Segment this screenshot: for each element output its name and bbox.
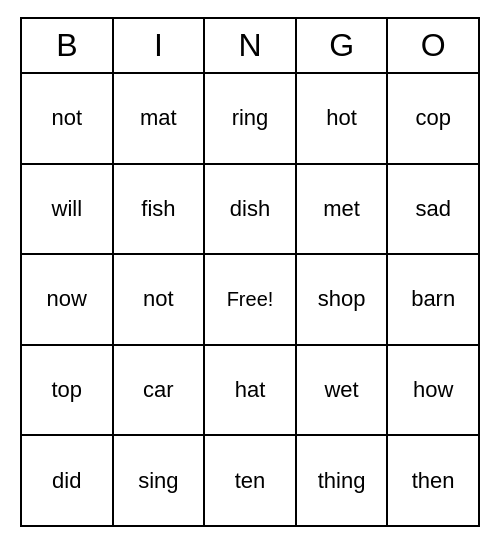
bingo-cell[interactable]: wet bbox=[297, 346, 389, 435]
bingo-cell[interactable]: ring bbox=[205, 74, 297, 163]
bingo-cell[interactable]: then bbox=[388, 436, 478, 525]
bingo-cell[interactable]: top bbox=[22, 346, 114, 435]
bingo-row: topcarhatwethow bbox=[22, 346, 478, 437]
bingo-cell[interactable]: dish bbox=[205, 165, 297, 254]
bingo-row: didsingtenthingthen bbox=[22, 436, 478, 525]
header-letter: B bbox=[22, 19, 114, 72]
bingo-cell[interactable]: hat bbox=[205, 346, 297, 435]
bingo-cell[interactable]: now bbox=[22, 255, 114, 344]
bingo-cell[interactable]: did bbox=[22, 436, 114, 525]
bingo-cell[interactable]: mat bbox=[114, 74, 206, 163]
bingo-cell[interactable]: cop bbox=[388, 74, 478, 163]
bingo-row: willfishdishmetsad bbox=[22, 165, 478, 256]
header-letter: G bbox=[297, 19, 389, 72]
bingo-cell[interactable]: thing bbox=[297, 436, 389, 525]
header-letter: O bbox=[388, 19, 478, 72]
bingo-cell[interactable]: will bbox=[22, 165, 114, 254]
bingo-cell[interactable]: shop bbox=[297, 255, 389, 344]
bingo-body: notmatringhotcopwillfishdishmetsadnownot… bbox=[22, 74, 478, 525]
bingo-cell[interactable]: how bbox=[388, 346, 478, 435]
bingo-cell[interactable]: not bbox=[114, 255, 206, 344]
bingo-cell[interactable]: car bbox=[114, 346, 206, 435]
bingo-cell[interactable]: not bbox=[22, 74, 114, 163]
bingo-cell[interactable]: met bbox=[297, 165, 389, 254]
bingo-row: notmatringhotcop bbox=[22, 74, 478, 165]
bingo-cell[interactable]: ten bbox=[205, 436, 297, 525]
header-letter: I bbox=[114, 19, 206, 72]
bingo-cell[interactable]: sad bbox=[388, 165, 478, 254]
bingo-cell[interactable]: hot bbox=[297, 74, 389, 163]
bingo-cell[interactable]: barn bbox=[388, 255, 478, 344]
bingo-header: BINGO bbox=[22, 19, 478, 74]
header-letter: N bbox=[205, 19, 297, 72]
bingo-cell[interactable]: Free! bbox=[205, 255, 297, 344]
bingo-card: BINGO notmatringhotcopwillfishdishmetsad… bbox=[20, 17, 480, 527]
bingo-row: nownotFree!shopbarn bbox=[22, 255, 478, 346]
bingo-cell[interactable]: fish bbox=[114, 165, 206, 254]
bingo-cell[interactable]: sing bbox=[114, 436, 206, 525]
